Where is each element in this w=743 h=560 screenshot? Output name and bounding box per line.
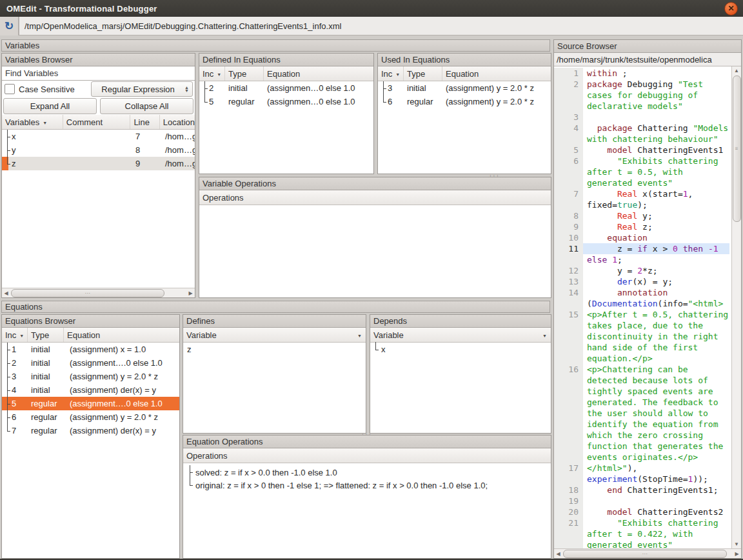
source-line[interactable]: 5 model ChatteringEvents1 [554,145,731,155]
source-line[interactable]: 3 [554,112,731,123]
defined-in-table-header[interactable]: Inc▼ Type Equation [199,66,373,81]
operation-row[interactable]: original: z = if x > 0 then -1 else 1; =… [183,479,551,492]
variables-section-header: Variables [1,39,550,52]
toolbar: ↻ /tmp/OpenModelica_marsj/OMEdit/Debuggi… [0,17,743,36]
equation-row[interactable]: 6regular(assignment) y = 2.0 * z [2,410,179,424]
scroll-left-icon[interactable]: ◀ [554,549,562,558]
source-line[interactable]: 2package Debugging "Test cases for debug… [554,79,731,112]
line-code: within ; [583,68,729,79]
defined-in-row[interactable]: 2initial(assignmen…0 else 1.0 [199,81,373,95]
match-mode-value: Regular Expression [92,85,184,94]
defined-in-table-body: 2initial(assignmen…0 else 1.05regular(as… [199,81,373,108]
code-token: y = [587,266,637,275]
depends-header[interactable]: Variable▼ [370,328,551,343]
scroll-right-icon[interactable]: ▶ [733,549,741,558]
source-line[interactable]: 20 model ChatteringEvents2 [554,506,731,517]
row-index: 2 [209,83,213,93]
variable-cell: x [380,343,386,356]
scrollbar-thumb[interactable]: ⋯ [563,550,727,558]
source-line[interactable]: 12 y = 2*z; [554,265,731,276]
equation-row[interactable]: 4initial(assignment) der(x) = y [2,383,179,397]
scroll-left-icon[interactable]: ◀ [2,288,10,297]
equation-row[interactable]: 2initial(assignment….0 else 1.0 [2,356,179,370]
equation-row[interactable]: 3initial(assignment) y = 2.0 * z [2,370,179,383]
variable-row[interactable]: z9/hom…g. [2,157,195,170]
reload-button[interactable]: ↻ [0,17,19,35]
source-line[interactable]: 10 equation [554,232,731,243]
variable-operations-header[interactable]: Operations [199,190,551,205]
variables-horizontal-scrollbar[interactable]: ◀ ▶ ⋯ [2,288,195,297]
expand-all-button[interactable]: Expand All [3,98,97,114]
source-code: 1within ;2package Debugging "Test cases … [554,66,731,548]
used-in-table-header[interactable]: Inc▼ Type Equation [378,66,551,81]
variable-operations-panel: Variable Operations Operations [199,177,551,298]
defines-row[interactable]: z [183,343,366,356]
source-horizontal-scrollbar[interactable]: ◀ ▶ ⋯ [554,548,741,558]
find-variables-input[interactable] [2,66,195,81]
source-line[interactable]: 19 [554,495,731,506]
source-line[interactable]: 11 z = if x > 0 then -1 [554,243,731,254]
window-title: OMEdit - Transformational Debugger [0,4,157,14]
equations-table-header[interactable]: Inc▼ Type Equation [2,328,179,343]
scroll-right-icon[interactable]: ▶ [186,288,195,297]
equation-row[interactable]: 7regular(assignment) der(x) = y [2,424,179,437]
source-line[interactable]: 14 annotation (Documentation(info="<html… [554,287,731,309]
close-button[interactable]: ✕ [724,2,738,15]
type-cell: initial [28,383,66,397]
used-in-row[interactable]: 6regular(assignment) y = 2.0 * z [378,95,551,108]
source-line[interactable]: 8 Real y; [554,210,731,221]
source-line[interactable]: 16<p>Chattering can be detected because … [554,364,731,463]
line-number: 7 [554,188,583,210]
source-line[interactable]: 9 Real z; [554,221,731,232]
equation-operations-header[interactable]: Operations [183,448,551,463]
line-code: "Exhibits chattering after t = 0.422, wi… [583,517,729,548]
source-line[interactable]: 13 der(x) = y; [554,276,731,287]
type-cell: initial [28,343,66,356]
case-sensitive-checkbox[interactable] [5,84,15,94]
sort-indicator-icon: ▼ [217,72,221,77]
line-code: <p>Chattering can be detected because lo… [583,364,729,463]
defined-in-row[interactable]: 5regular(assignmen…0 else 1.0 [199,95,373,108]
source-line[interactable]: 17</html>"), experiment(StopTime=1)); [554,463,731,485]
collapse-all-button[interactable]: Collapse All [100,98,193,114]
source-vertical-scrollbar[interactable]: ▲ ▼ ≡ [731,66,741,548]
used-in-row[interactable]: 3initial(assignment) y = 2.0 * z [378,81,551,95]
scrollbar-thumb[interactable]: ≡ [733,75,741,222]
line-number: 11 [554,243,583,254]
source-line[interactable]: 1within ; [554,68,731,79]
line-number: 19 [554,495,583,506]
equation-row[interactable]: 1initial(assignment) x = 1.0 [2,343,179,356]
sort-indicator-icon: ▼ [43,121,47,125]
title-bar[interactable]: OMEdit - Transformational Debugger ✕ [0,0,743,17]
source-line[interactable]: 7 Real x(start=1, fixed=true); [554,188,731,210]
variable-row[interactable]: y8/hom…g. [2,143,195,157]
source-line[interactable]: 21 "Exhibits chattering after t = 0.422,… [554,517,731,548]
scrollbar-thumb[interactable]: ⋯ [11,289,164,297]
scroll-down-icon[interactable]: ▼ [732,540,741,548]
source-line[interactable]: 15<p>After t = 0.5, chattering takes pla… [554,309,731,364]
depends-row[interactable]: x [370,343,551,356]
info-xml-path-field[interactable]: /tmp/OpenModelica_marsj/OMEdit/Debugging… [19,17,743,35]
code-token: Real [617,211,637,221]
source-line[interactable]: else 1; [554,254,731,265]
variable-location-cell: /hom…g. [162,130,195,143]
source-line[interactable]: 18 end ChatteringEvents1; [554,485,731,495]
scroll-up-icon[interactable]: ▲ [732,66,741,75]
match-mode-select[interactable]: Regular Expression ▲▼ [91,81,193,97]
equation-row[interactable]: 5regular(assignment….0 else 1.0 [2,397,179,410]
row-index: 6 [388,97,392,106]
variable-row[interactable]: x7/hom…g. [2,130,195,143]
source-line[interactable]: 6 "Exhibits chattering after t = 0.5, wi… [554,155,731,188]
defines-header[interactable]: Variable▼ [183,328,366,343]
row-index: 4 [12,385,16,395]
operation-row[interactable]: solved: z = if x > 0.0 then -1.0 else 1.… [183,466,551,479]
depends-table-body: x [370,343,551,356]
variables-table-header[interactable]: Variables▼ Comment Line Location [2,115,195,130]
filter-controls: Case Sensitive Regular Expression ▲▼ [2,81,195,97]
equations-browser-panel: Equations Browser Inc▼ Type Equation 1in… [1,314,180,559]
source-line[interactable]: 4 package Chattering "Models with chatte… [554,123,731,145]
variable-line-cell: 7 [132,130,162,143]
equations-section-title: Equations [5,302,43,312]
variable-name: y [12,145,16,155]
variable-comment-cell [64,143,132,157]
